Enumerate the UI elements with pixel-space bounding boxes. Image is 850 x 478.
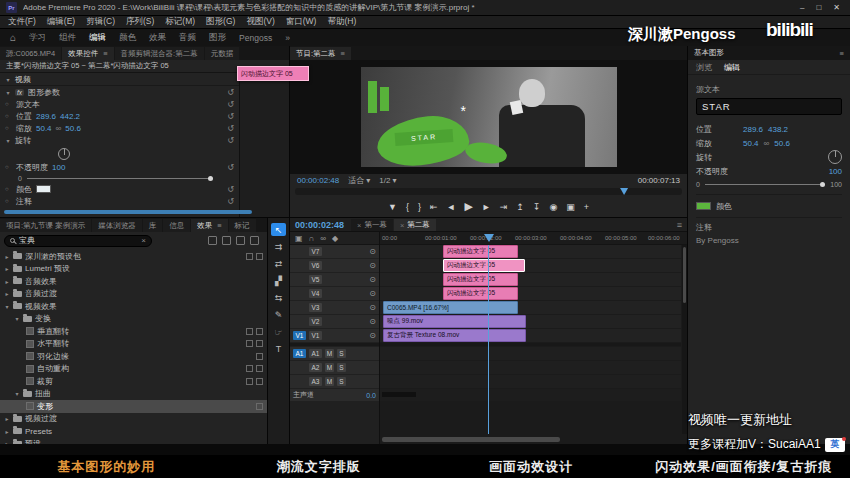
clip-v1[interactable]: 复古背景 Texture 08.mov xyxy=(383,329,526,342)
track-header-v6[interactable]: V6⊙ xyxy=(290,259,379,272)
position-x-value[interactable]: 289.6 xyxy=(743,125,763,134)
opacity-value[interactable]: 100 xyxy=(829,167,842,176)
program-scrub-bar[interactable] xyxy=(295,188,682,195)
track-v2[interactable]: 噪点 99.mov xyxy=(380,315,681,328)
opacity-slider[interactable]: 0 xyxy=(0,173,239,183)
workspace-tab-audio[interactable]: 音频 xyxy=(179,32,196,44)
timeline-panel-menu-icon[interactable]: ≡ xyxy=(677,220,682,230)
opacity-slider-handle[interactable] xyxy=(820,182,825,187)
track-visibility-icon[interactable]: ⊙ xyxy=(369,289,376,298)
workspace-tab-effects[interactable]: 效果 xyxy=(149,32,166,44)
add-marker-icon[interactable]: ▼ xyxy=(388,202,397,212)
mute-toggle[interactable]: M xyxy=(325,349,334,358)
snap-icon[interactable]: ∩ xyxy=(309,234,315,243)
pen-tool[interactable]: ✎ xyxy=(271,308,286,321)
mark-in-icon[interactable]: { xyxy=(406,202,409,212)
stopwatch-icon[interactable]: ○ xyxy=(5,198,12,204)
go-to-in-icon[interactable]: ⇤ xyxy=(430,202,438,212)
tree-item-auto-reframe[interactable]: 自动重构 xyxy=(0,363,267,376)
param-row-comment[interactable]: ○ 注释 ↺ xyxy=(0,195,239,207)
step-forward-icon[interactable]: ► xyxy=(482,202,491,212)
reset-icon[interactable]: ↺ xyxy=(227,124,234,133)
close-icon[interactable]: × xyxy=(400,221,404,230)
track-target-toggle[interactable]: V6 xyxy=(309,261,322,270)
track-v7[interactable]: 闪动描边文字 05 xyxy=(380,245,681,258)
panel-menu-icon[interactable]: ≡ xyxy=(840,49,844,58)
track-visibility-icon[interactable]: ⊙ xyxy=(369,275,376,284)
param-row-color[interactable]: ○ 颜色 ↺ xyxy=(0,183,239,195)
menu-markers[interactable]: 标记(M) xyxy=(165,16,195,28)
track-v3[interactable]: C0065.MP4 [16.67%] xyxy=(380,301,681,314)
scale-y-value[interactable]: 50.6 xyxy=(774,139,790,148)
twirl-icon[interactable]: ▸ xyxy=(4,278,10,285)
program-timecode[interactable]: 00:00:02:48 xyxy=(297,176,339,185)
track-visibility-icon[interactable]: ⊙ xyxy=(369,261,376,270)
reset-icon[interactable]: ↺ xyxy=(227,163,234,172)
step-back-icon[interactable]: ◄ xyxy=(446,202,455,212)
track-target-toggle[interactable]: V4 xyxy=(309,289,322,298)
workspace-tab-editing[interactable]: 编辑 xyxy=(89,32,106,44)
tree-item-crop[interactable]: 裁剪 xyxy=(0,375,267,388)
workspace-tab-color[interactable]: 颜色 xyxy=(119,32,136,44)
master-track-lane[interactable] xyxy=(380,389,681,401)
effects-search-input[interactable]: 宝典 × xyxy=(4,235,152,247)
nest-indicator-icon[interactable]: ▣ xyxy=(295,234,303,243)
reset-effect-icon[interactable]: ↺ xyxy=(227,88,234,97)
timeline-ruler[interactable]: 00:00 00:00:01:00 00:00:02:00 00:00:03:0… xyxy=(380,232,687,245)
panel-menu-icon[interactable]: ≡ xyxy=(103,49,107,58)
stopwatch-icon[interactable]: ○ xyxy=(5,101,12,107)
scale-row[interactable]: 缩放 50.4 ∞ 50.6 xyxy=(696,136,842,150)
track-header-a1[interactable]: A1A1MS xyxy=(290,347,379,360)
track-header-v7[interactable]: V7⊙ xyxy=(290,245,379,258)
scrub-playhead[interactable] xyxy=(620,188,628,195)
mute-toggle[interactable]: M xyxy=(325,363,334,372)
menu-graphics[interactable]: 图形(G) xyxy=(206,16,235,28)
new-bin-icon[interactable] xyxy=(250,236,259,245)
reset-icon[interactable]: ↺ xyxy=(227,136,234,145)
track-target-toggle[interactable]: V1 xyxy=(309,331,322,340)
solo-toggle[interactable]: S xyxy=(337,363,346,372)
tree-item-preset-pack[interactable]: ▸深川漱的预设包 xyxy=(0,250,267,263)
twirl-icon[interactable]: ▸ xyxy=(4,428,10,435)
extract-icon[interactable]: ↧ xyxy=(533,202,541,212)
menu-edit[interactable]: 编辑(E) xyxy=(47,16,75,28)
workspace-tab-graphics[interactable]: 图形 xyxy=(209,32,226,44)
ripple-edit-tool[interactable]: ⇄ xyxy=(271,257,286,270)
track-v6[interactable]: 闪动描边文字 05 xyxy=(380,259,681,272)
search-value[interactable]: 宝典 xyxy=(19,235,35,246)
tree-item-audio-effects[interactable]: ▸音频效果 xyxy=(0,275,267,288)
playhead-line[interactable] xyxy=(488,245,489,434)
tab-project[interactable]: 项目:第九节课 案例演示 xyxy=(0,219,91,232)
twirl-icon[interactable]: ▸ xyxy=(4,415,10,422)
dragged-clip-ghost[interactable]: 闪动描边文字 05 xyxy=(237,66,309,81)
tree-item-vertical-flip[interactable]: 垂直翻转 xyxy=(0,325,267,338)
tab-program-monitor[interactable]: 节目:第二幕≡ xyxy=(290,47,351,60)
comparison-view-icon[interactable]: ▣ xyxy=(566,202,575,212)
tree-item-lumetri-presets[interactable]: ▸Lumetri 预设 xyxy=(0,263,267,276)
link-icon[interactable]: ∞ xyxy=(56,124,62,133)
video-section-row[interactable]: ▾ 视频 xyxy=(0,74,239,86)
workspace-tab-pengoss[interactable]: Pengoss xyxy=(239,33,272,43)
track-a2[interactable] xyxy=(380,361,681,374)
scale-y-value[interactable]: 50.6 xyxy=(65,124,81,133)
source-text-input[interactable]: STAR xyxy=(696,98,842,115)
add-marker-icon[interactable]: ◆ xyxy=(332,234,338,243)
effect-controls-scrollbar[interactable] xyxy=(4,210,252,214)
lift-icon[interactable]: ↥ xyxy=(516,202,524,212)
razor-tool[interactable]: ▞ xyxy=(271,274,286,287)
fill-color-row[interactable]: 颜色 xyxy=(696,199,842,213)
stopwatch-icon[interactable]: ○ xyxy=(5,113,12,119)
param-row-rotation[interactable]: ▾ 旋转 ↺ xyxy=(0,134,239,146)
position-x-value[interactable]: 289.6 xyxy=(36,112,56,121)
effect-name[interactable]: 图形参数 xyxy=(28,87,60,98)
clip-v5[interactable]: 闪动描边文字 05 xyxy=(443,273,518,286)
mute-toggle[interactable]: M xyxy=(325,377,334,386)
scale-x-value[interactable]: 50.4 xyxy=(36,124,52,133)
track-target-toggle[interactable]: A1 xyxy=(309,349,322,358)
twirl-icon[interactable]: ▸ xyxy=(4,253,10,260)
tree-item-feather-edges[interactable]: 羽化边缘 xyxy=(0,350,267,363)
reset-icon[interactable]: ↺ xyxy=(227,197,234,206)
selection-tool[interactable]: ↖ xyxy=(271,223,286,236)
tab-effects[interactable]: 效果≡ xyxy=(191,219,227,232)
fill-color-swatch[interactable] xyxy=(696,202,711,210)
